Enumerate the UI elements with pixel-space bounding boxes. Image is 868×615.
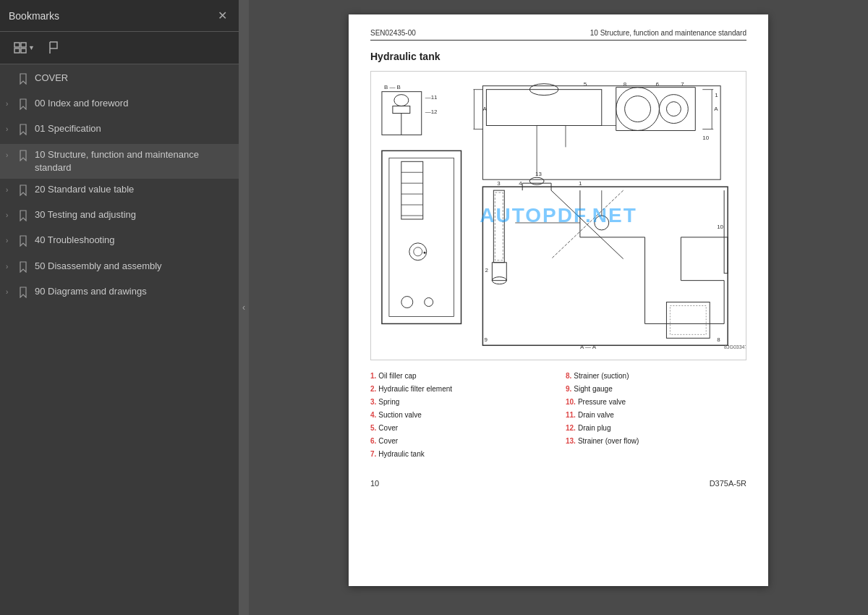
part-label: Strainer (over flow): [578, 437, 639, 445]
sidebar-item-10-structure[interactable]: ›10 Structure, function and maintenance …: [0, 144, 239, 179]
close-button[interactable]: ✕: [215, 7, 230, 24]
svg-point-16: [659, 95, 688, 124]
svg-rect-1: [21, 43, 26, 47]
bookmark-icon: [19, 287, 30, 302]
doc-model: D375A-5R: [710, 479, 746, 488]
part-number: 8.: [566, 372, 571, 380]
svg-point-66: [595, 216, 609, 230]
svg-text:B — B: B — B: [384, 84, 401, 90]
svg-rect-55: [495, 192, 503, 260]
svg-text:5: 5: [584, 81, 587, 88]
parts-list: 1.Oil filler cap2.Hydraulic filter eleme…: [370, 370, 746, 462]
expand-arrow-icon: ›: [6, 150, 17, 161]
part-label: Drain plug: [578, 424, 611, 432]
doc-section-title: 10 Structure, function and maintenance s…: [590, 29, 746, 37]
part-item: 2.Hydraulic filter element: [370, 383, 551, 394]
sidebar-item-label: 20 Standard value table: [35, 183, 233, 196]
sidebar-item-20-standard[interactable]: ›20 Standard value table: [0, 179, 239, 204]
svg-point-17: [666, 102, 681, 116]
svg-rect-7: [393, 106, 410, 114]
bookmark-flag-button[interactable]: [43, 38, 64, 58]
sidebar-item-label: 00 Index and foreword: [35, 97, 233, 110]
sidebar-item-label: 01 Specification: [35, 122, 233, 135]
part-label: Drain valve: [578, 411, 614, 419]
part-number: 10.: [566, 398, 576, 406]
part-item: 10.Pressure valve: [566, 396, 746, 407]
svg-text:2: 2: [485, 267, 488, 273]
svg-text:7: 7: [681, 81, 684, 88]
sidebar-item-label: 50 Disassembly and assembly: [35, 260, 233, 273]
svg-text:1: 1: [579, 180, 582, 187]
sidebar-item-label: 30 Testing and adjusting: [35, 208, 233, 221]
part-item: 13.Strainer (over flow): [566, 436, 746, 446]
svg-text:8: 8: [624, 81, 627, 88]
part-number: 13.: [566, 437, 576, 445]
bookmark-icon: [19, 210, 30, 225]
svg-point-14: [616, 88, 660, 131]
part-label: Cover: [378, 437, 398, 445]
bookmark-icon: [19, 124, 30, 139]
expand-arrow-icon: ›: [6, 287, 17, 297]
sidebar-item-00-index[interactable]: ›00 Index and foreword: [0, 93, 239, 118]
sidebar-toolbar: ✕: [215, 7, 230, 24]
part-number: 12.: [566, 424, 576, 432]
parts-col-right: 8.Strainer (suction)9.Sight gauge10.Pres…: [566, 370, 746, 462]
flag-icon: [48, 41, 59, 54]
svg-rect-60: [666, 302, 710, 339]
svg-text:10: 10: [702, 135, 709, 141]
part-item: 7.Hydraulic tank: [370, 449, 551, 459]
bookmark-icon: [19, 150, 30, 165]
sidebar-header: Bookmarks ✕: [0, 0, 239, 32]
main-content: SEN02435-00 10 Structure, function and m…: [249, 0, 868, 615]
bookmark-icon: [19, 184, 30, 200]
page-footer: 10 D375A-5R: [370, 476, 746, 488]
layout-icon-button[interactable]: ▼: [9, 38, 40, 57]
svg-rect-41: [389, 158, 454, 316]
part-item: 1.Oil filler cap: [370, 370, 551, 381]
part-item: 12.Drain plug: [566, 423, 746, 433]
page-header: SEN02435-00 10 Structure, function and m…: [370, 29, 746, 41]
collapse-handle[interactable]: ‹: [239, 0, 249, 615]
svg-rect-53: [482, 187, 728, 345]
part-number: 3.: [370, 398, 376, 406]
part-label: Sight gauge: [574, 385, 612, 393]
part-label: Spring: [378, 398, 399, 406]
svg-text:9: 9: [484, 336, 488, 343]
sidebar-item-label: 10 Structure, function and maintenance s…: [35, 148, 233, 174]
part-item: 11.Drain valve: [566, 410, 746, 420]
collapse-arrow-icon: ‹: [242, 302, 245, 313]
svg-text:4: 4: [519, 180, 522, 187]
part-number: 6.: [370, 437, 376, 445]
svg-rect-61: [670, 306, 706, 335]
svg-text:8JG03347: 8JG03347: [724, 344, 746, 349]
part-label: Hydraulic filter element: [378, 385, 452, 393]
expand-arrow-icon: ›: [6, 185, 17, 195]
part-label: Suction valve: [378, 411, 421, 419]
expand-arrow-icon: ›: [6, 211, 17, 221]
sidebar-item-50-disassembly[interactable]: ›50 Disassembly and assembly: [0, 255, 239, 281]
sidebar-list: COVER›00 Index and foreword›01 Specifica…: [0, 64, 239, 615]
sidebar-item-label: 90 Diagrams and drawings: [35, 285, 233, 298]
svg-rect-3: [21, 48, 26, 53]
part-number: 1.: [370, 372, 376, 380]
sidebar-item-cover[interactable]: COVER: [0, 67, 239, 93]
part-number: 4.: [370, 411, 376, 419]
svg-text:8: 8: [717, 336, 720, 343]
document-page: SEN02435-00 10 Structure, function and m…: [349, 14, 768, 586]
part-item: 4.Suction valve: [370, 410, 551, 420]
grid-icon: [14, 42, 27, 54]
part-item: 3.Spring: [370, 396, 551, 407]
svg-text:—11: —11: [425, 94, 438, 101]
svg-point-51: [414, 247, 422, 256]
part-number: 7.: [370, 450, 376, 458]
sidebar-item-label: 40 Troubleshooting: [35, 234, 233, 247]
sidebar-item-40-trouble[interactable]: ›40 Troubleshooting: [0, 229, 239, 255]
sidebar-item-30-testing[interactable]: ›30 Testing and adjusting: [0, 204, 239, 229]
sidebar-item-01-spec[interactable]: ›01 Specification: [0, 118, 239, 143]
part-label: Hydraulic tank: [378, 450, 424, 458]
sidebar-item-90-diagrams[interactable]: ›90 Diagrams and drawings: [0, 281, 239, 306]
part-label: Cover: [378, 424, 398, 432]
part-number: 2.: [370, 385, 376, 393]
svg-text:10: 10: [717, 224, 723, 230]
part-label: Oil filler cap: [378, 372, 416, 380]
